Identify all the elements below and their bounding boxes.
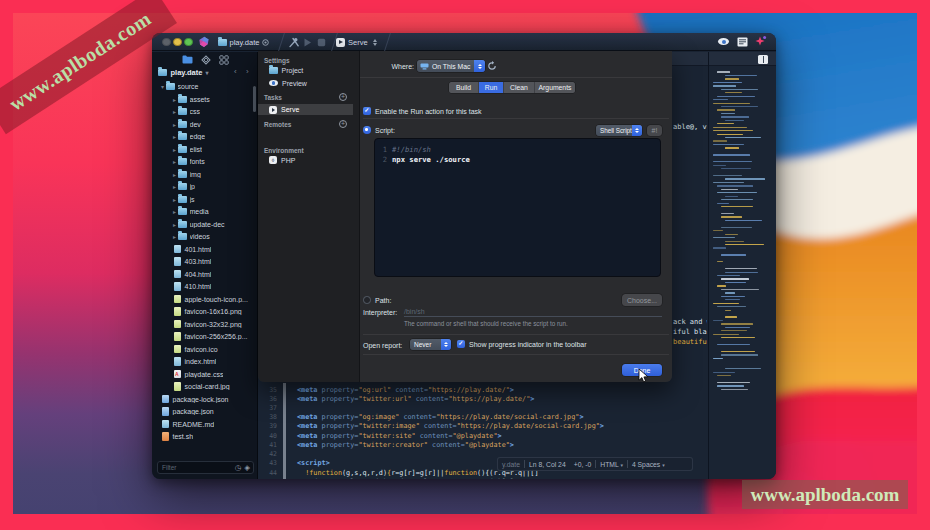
tab-run[interactable]: Run	[479, 82, 504, 93]
enable-run-checkbox[interactable]: ✓	[363, 107, 371, 115]
disclosure-icon[interactable]: ▸	[172, 208, 177, 215]
script-editor[interactable]: 1#!/bin/sh2npx serve ./source	[374, 138, 661, 277]
tree-item-img[interactable]: ▸img	[172, 168, 201, 181]
tab-build[interactable]: Build	[449, 82, 479, 93]
disclosure-icon[interactable]: ▸	[172, 133, 177, 140]
project-tab[interactable]: play.date	[218, 33, 269, 51]
tree-item-media[interactable]: ▸media	[172, 205, 209, 218]
task-stepper-icon[interactable]	[373, 39, 377, 46]
stop-icon[interactable]	[316, 37, 327, 48]
filter-input[interactable]: Filter ◷ ◈	[157, 461, 254, 474]
tree-item-test.sh[interactable]: test.sh	[160, 430, 193, 443]
nav-back-icon[interactable]: ‹	[234, 67, 237, 76]
settings-item-serve[interactable]: Serve	[258, 104, 353, 115]
split-pane-icon[interactable]	[758, 55, 768, 64]
close-button[interactable]	[162, 38, 171, 47]
disclosure-icon[interactable]: ▾	[160, 83, 165, 90]
tree-item-assets[interactable]: ▸assets	[172, 93, 210, 106]
hidden-files-icon[interactable]: ◈	[244, 463, 250, 472]
tree-item-elist[interactable]: ▸elist	[172, 143, 202, 156]
tree-item-package.json[interactable]: package.json	[160, 405, 214, 418]
settings-item-php[interactable]: ◊PHP	[258, 155, 353, 166]
serve-task-chip[interactable]: Serve	[336, 33, 377, 51]
tree-item-favicon-16x16.png[interactable]: favicon-16x16.png	[172, 305, 242, 318]
shebang-button[interactable]: #!	[647, 125, 662, 136]
tree-item-401.html[interactable]: 401.html	[172, 243, 211, 256]
status-language-select[interactable]: HTML ▾	[596, 461, 627, 468]
sidebar-toolbar	[152, 53, 258, 66]
open-report-popup[interactable]: Never	[410, 339, 451, 350]
disclosure-icon[interactable]: ▸	[172, 171, 177, 178]
recent-clock-icon[interactable]: ◷	[235, 463, 242, 472]
script-line: 1#!/bin/sh	[375, 145, 431, 154]
nav-forward-icon[interactable]: ›	[246, 67, 249, 76]
project-switcher[interactable]: play.date ▾ ‹ ›	[152, 66, 258, 79]
status-indent-select[interactable]: 4 Spaces ▾	[628, 461, 669, 468]
extensions-tab-icon[interactable]	[219, 55, 229, 65]
tree-item-index.html[interactable]: index.html	[172, 355, 216, 368]
progress-checkbox[interactable]: ✓	[457, 340, 465, 348]
run-icon[interactable]	[302, 37, 313, 48]
tree-item-favicon-32x32.png[interactable]: favicon-32x32.png	[172, 318, 242, 331]
disclosure-icon[interactable]: ▸	[172, 146, 177, 153]
tree-item-jp[interactable]: ▸jp	[172, 180, 195, 193]
refresh-icon[interactable]	[487, 61, 497, 71]
tree-item-fonts[interactable]: ▸fonts	[172, 155, 205, 168]
where-popup[interactable]: On This Mac	[417, 60, 485, 72]
tree-item-css[interactable]: ▸css	[172, 105, 200, 118]
tree-item-apple-touch-icon.p...[interactable]: apple-touch-icon.p...	[172, 293, 248, 306]
disclosure-icon[interactable]: ▸	[172, 196, 177, 203]
tree-item-source[interactable]: ▾source	[160, 80, 199, 93]
tab-clean[interactable]: Clean	[504, 82, 535, 93]
preview-eye-icon[interactable]	[718, 38, 729, 45]
disclosure-icon[interactable]: ▸	[172, 96, 177, 103]
add-remotes-button[interactable]: +	[339, 120, 347, 128]
project-name: play.date	[171, 68, 203, 77]
task-settings-sheet: SettingsProjectPreviewTasks+ServeRemotes…	[258, 51, 672, 382]
new-sparkle-icon[interactable]	[754, 35, 767, 48]
tree-item-update-dec[interactable]: ▸update-dec	[172, 218, 225, 231]
folder-icon	[166, 83, 175, 90]
settings-item-preview[interactable]: Preview	[258, 78, 353, 89]
disclosure-icon[interactable]: ▸	[172, 158, 177, 165]
disclosure-icon[interactable]: ▸	[172, 221, 177, 228]
tree-item-js[interactable]: ▸js	[172, 193, 195, 206]
disclosure-icon[interactable]: ▸	[172, 233, 177, 240]
tree-item-README.md[interactable]: README.md	[160, 418, 214, 431]
script-radio[interactable]	[363, 126, 371, 134]
settings-item-project[interactable]: Project	[258, 65, 353, 76]
tasks-hammer-icon[interactable]	[289, 37, 300, 48]
tree-item-package-lock.json[interactable]: package-lock.json	[160, 393, 229, 406]
project-folder-icon	[158, 69, 167, 76]
symbols-tab-icon[interactable]	[201, 55, 211, 65]
tree-item-favicon.ico[interactable]: favicon.ico	[172, 343, 218, 356]
tree-item-favicon-256x256.p...[interactable]: favicon-256x256.p...	[172, 330, 248, 343]
disclosure-icon[interactable]: ▸	[172, 108, 177, 115]
tree-item-playdate.css[interactable]: playdate.css	[172, 368, 223, 381]
disclosure-icon[interactable]: ▸	[172, 121, 177, 128]
path-radio[interactable]	[363, 296, 371, 304]
minimize-button[interactable]	[173, 38, 182, 47]
minimap[interactable]	[713, 68, 773, 408]
sidebar-scrollbar[interactable]	[253, 86, 256, 112]
code-fragment: beautiful	[673, 338, 707, 346]
tree-item-404.html[interactable]: 404.html	[172, 268, 211, 281]
tree-item-dev[interactable]: ▸dev	[172, 118, 201, 131]
shell-script-popup[interactable]: Shell Script	[596, 125, 642, 136]
zoom-button[interactable]	[184, 38, 193, 47]
tree-item-edge[interactable]: ▸edge	[172, 130, 205, 143]
tree-item-social-card.jpg[interactable]: social-card.jpg	[172, 380, 230, 393]
file-label: playdate.css	[184, 371, 223, 378]
reports-icon[interactable]	[737, 37, 748, 47]
tree-item-410.html[interactable]: 410.html	[172, 280, 211, 293]
tree-item-403.html[interactable]: 403.html	[172, 255, 211, 268]
files-tab-icon[interactable]	[182, 55, 193, 64]
tree-item-videos[interactable]: ▸videos	[172, 230, 210, 243]
tab-arguments[interactable]: Arguments	[535, 82, 575, 93]
php-icon: ◊	[269, 156, 277, 164]
disclosure-icon[interactable]: ▸	[172, 183, 177, 190]
choose-button[interactable]: Choose...	[622, 294, 662, 306]
file-icon	[162, 420, 169, 429]
add-tasks-button[interactable]: +	[339, 93, 347, 101]
interpreter-field[interactable]: /bin/sh	[404, 306, 662, 317]
